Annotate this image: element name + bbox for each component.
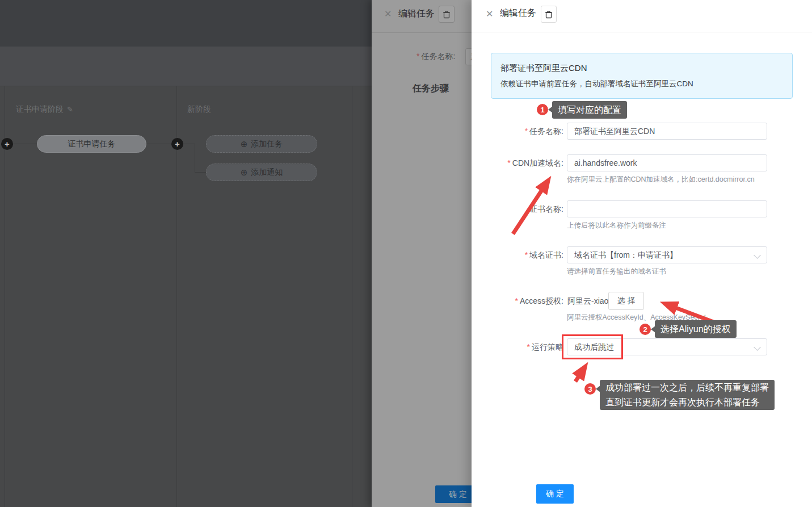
stage-title-text: 证书申请阶段: [16, 104, 64, 114]
stage-column-divider: [352, 86, 352, 507]
plus-circle-icon: ⊕: [241, 167, 248, 178]
strategy-label: *运行策略: [472, 338, 563, 355]
trash-icon: [545, 10, 553, 19]
task-name-label: *任务名称:: [416, 52, 455, 62]
task-steps-title: 任务步骤: [413, 83, 449, 95]
add-notification-button[interactable]: ⊕ 添加通知: [206, 164, 317, 181]
required-mark: *: [515, 296, 518, 305]
chevron-down-icon: [754, 252, 761, 259]
strategy-highlight-box: [562, 334, 623, 359]
access-label: *Access授权:: [472, 292, 563, 309]
edit-task-drawer-back: ✕ 编辑任务 *任务名称: 新 任务步骤 确 定: [372, 0, 472, 507]
connector-line: [13, 144, 37, 144]
annotation-step-2-badge: 2: [639, 324, 651, 335]
connector-line: [195, 144, 195, 172]
alert-description: 依赖证书申请前置任务，自动部署域名证书至阿里云CDN: [500, 79, 693, 89]
cdn-domain-label: *CDN加速域名:: [472, 154, 563, 171]
pipeline-toolbar: [0, 47, 372, 86]
plugin-info-alert: 部署证书至阿里云CDN 依赖证书申请前置任务，自动部署域名证书至阿里云CDN: [491, 53, 793, 99]
delete-task-button[interactable]: [541, 6, 557, 23]
annotation-step-1-badge: 1: [537, 104, 548, 115]
cert-name-input[interactable]: [567, 200, 767, 217]
confirm-button-back[interactable]: 确 定: [435, 485, 472, 503]
plus-circle-icon: ⊕: [241, 139, 248, 149]
trash-icon: [443, 10, 451, 19]
confirm-button[interactable]: 确 定: [536, 484, 574, 504]
task-name-input[interactable]: 新: [465, 48, 472, 65]
domain-cert-select[interactable]: 域名证书【from：申请证书】: [567, 246, 767, 263]
cdn-domain-helper: 你在阿里云上配置的CDN加速域名，比如:certd.docmirror.cn: [567, 175, 755, 185]
edit-task-drawer: ✕ 编辑任务 部署证书至阿里云CDN 依赖证书申请前置任务，自动部署域名证书至阿…: [472, 0, 812, 507]
task-node-label: 证书申请任务: [68, 139, 116, 149]
annotation-step-2-tooltip: 选择Aliyun的授权: [655, 320, 737, 338]
required-mark: *: [416, 52, 419, 61]
annotation-step-3-tooltip: 成功部署过一次之后，后续不再重复部署 直到证书更新才会再次执行本部署任务: [600, 380, 775, 410]
drawer-title: 编辑任务: [500, 7, 536, 19]
connector-line: [195, 172, 206, 173]
annotation-step-3-badge: 3: [584, 383, 596, 395]
access-select-button[interactable]: 选 择: [608, 292, 644, 310]
add-notification-label: 添加通知: [251, 167, 283, 178]
cert-name-label: 证书名称:: [472, 200, 563, 217]
add-task-button[interactable]: ⊕ 添加任务: [206, 135, 317, 153]
chevron-down-icon: [754, 343, 761, 351]
plus-icon: +: [175, 139, 180, 149]
required-mark: *: [507, 158, 510, 167]
stage-title-new: 新阶段: [187, 104, 211, 115]
tooltip-line: 成功部署过一次之后，后续不再重复部署: [605, 380, 769, 395]
access-value: 阿里云-xiao: [567, 292, 608, 310]
app-top-header: [0, 0, 372, 47]
task-node-cert-apply[interactable]: 证书申请任务: [37, 135, 146, 153]
alert-title: 部署证书至阿里云CDN: [500, 63, 587, 74]
header-divider: [372, 32, 472, 33]
app-screen: 证书申请阶段✎ 新阶段 + + 证书申请任务 ⊕ 添加任务 ⊕ 添加通知 ✕: [0, 0, 812, 507]
required-mark: *: [527, 342, 530, 351]
edit-stage-icon[interactable]: ✎: [67, 105, 73, 114]
plus-icon: +: [5, 139, 10, 149]
cdn-domain-input[interactable]: ai.handsfree.work: [567, 154, 767, 171]
stage-title-text: 新阶段: [187, 104, 211, 114]
connector-line: [183, 144, 195, 144]
drawer-title: 编辑任务: [398, 8, 435, 20]
required-mark: *: [525, 127, 528, 136]
annotation-step-1-tooltip: 填写对应的配置: [552, 101, 627, 119]
tooltip-line: 直到证书更新才会再次执行本部署任务: [605, 395, 769, 410]
delete-task-button[interactable]: [439, 6, 455, 23]
task-name-label: *任务名称:: [472, 123, 563, 140]
close-icon[interactable]: ✕: [384, 9, 392, 19]
add-task-label: 添加任务: [251, 139, 283, 149]
add-stage-button[interactable]: +: [1, 138, 13, 150]
domain-cert-helper: 请选择前置任务输出的域名证书: [567, 267, 666, 276]
add-stage-button[interactable]: +: [171, 138, 183, 150]
domain-cert-value: 域名证书【from：申请证书】: [574, 250, 678, 259]
close-icon[interactable]: ✕: [486, 9, 493, 19]
domain-cert-label: *域名证书:: [472, 246, 563, 263]
connector-line: [146, 144, 171, 144]
stage-title-apply: 证书申请阶段✎: [16, 104, 73, 115]
task-name-input[interactable]: 部署证书至阿里云CDN: [567, 123, 767, 140]
required-mark: *: [525, 250, 528, 259]
pipeline-canvas: 证书申请阶段✎ 新阶段 + + 证书申请任务 ⊕ 添加任务 ⊕ 添加通知: [0, 86, 372, 507]
cert-name-helper: 上传后将以此名称作为前缀备注: [567, 221, 666, 231]
